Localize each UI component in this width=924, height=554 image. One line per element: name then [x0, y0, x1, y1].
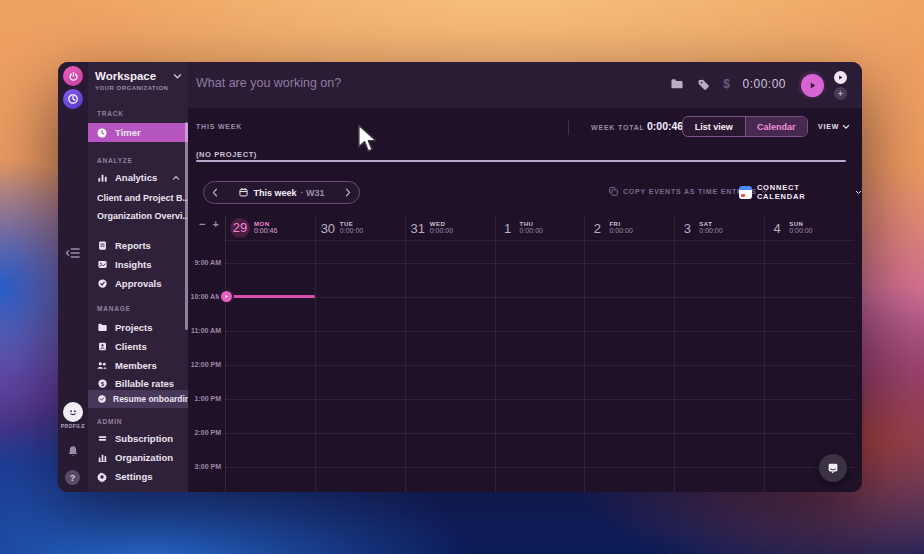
- sidebar-item-label: Settings: [115, 471, 152, 482]
- day-name: SUN: [789, 221, 812, 228]
- sidebar-item-reports[interactable]: Reports: [88, 236, 188, 255]
- play-icon: [807, 80, 818, 91]
- sidebar-item-label: Organization: [115, 452, 173, 463]
- sidebar-item-subscription[interactable]: Subscription: [88, 429, 188, 448]
- calendar-hour-grid[interactable]: [225, 240, 854, 492]
- sidebar-item-label: Client and Project B...: [97, 193, 190, 203]
- sidebar-item-settings[interactable]: Settings: [88, 467, 188, 486]
- workspace-subtitle: YOUR ORGANIZATION: [95, 85, 168, 91]
- zoom-in-button[interactable]: +: [212, 218, 218, 230]
- calendar-zoom-controls: − +: [199, 218, 219, 230]
- no-project-group-label: (NO PROJECT): [196, 150, 257, 159]
- workspace-switcher[interactable]: Workspace YOUR ORGANIZATION: [88, 62, 188, 108]
- chat-bubble-icon: [826, 461, 840, 475]
- sidebar-item-label: Subscription: [115, 433, 173, 444]
- zoom-out-button[interactable]: −: [199, 218, 205, 230]
- start-timer-button[interactable]: [798, 71, 826, 99]
- section-label-track: TRACK: [97, 110, 124, 117]
- sidebar-item-label: Billable rates: [115, 378, 174, 389]
- billable-dollar-icon[interactable]: $: [723, 77, 730, 91]
- notifications-bell-icon[interactable]: [66, 444, 80, 459]
- copy-icon: [608, 186, 619, 197]
- day-total: 0:00:00: [789, 227, 812, 235]
- time-entry-description-input[interactable]: What are you working on?: [196, 76, 341, 90]
- chevron-down-icon: [842, 124, 850, 130]
- week-nav-number: · W31: [301, 188, 325, 198]
- sidebar-item-label: Insights: [115, 259, 151, 270]
- week-picker-button[interactable]: This week · W31: [226, 187, 337, 198]
- running-entry-indicator[interactable]: [219, 289, 234, 304]
- sidebar-item-label: Timer: [115, 127, 141, 138]
- sidebar-item-members[interactable]: Members: [88, 356, 188, 375]
- sidebar-item-insights[interactable]: Insights: [88, 255, 188, 274]
- previous-week-button[interactable]: [204, 188, 226, 197]
- check-circle-icon: [96, 393, 108, 405]
- sidebar-item-projects[interactable]: Projects: [88, 318, 188, 337]
- section-label-manage: MANAGE: [97, 305, 131, 312]
- timer-mode-button[interactable]: [834, 71, 847, 84]
- sidebar-item-label: Clients: [115, 341, 147, 352]
- week-navigator: This week · W31: [203, 181, 360, 204]
- sidebar-item-resume-onboarding[interactable]: Resume onboarding: [88, 390, 188, 408]
- timer-clock-icon: [96, 127, 108, 139]
- day-total: 0:00:00: [430, 227, 453, 235]
- day-name: FRI: [609, 221, 632, 228]
- chevron-down-icon: [855, 190, 862, 195]
- sidebar-item-label: Projects: [115, 322, 153, 333]
- sidebar-item-analytics[interactable]: Analytics: [88, 168, 188, 187]
- help-icon[interactable]: ?: [65, 470, 80, 485]
- day-total: 0:00:00: [340, 227, 363, 235]
- profile-avatar[interactable]: [63, 402, 83, 422]
- time-app-icon[interactable]: [63, 89, 83, 109]
- sidebar-item-timer[interactable]: Timer: [88, 123, 188, 142]
- track-app-icon[interactable]: [63, 66, 83, 86]
- day-number: 3: [679, 221, 695, 236]
- sidebar: Workspace YOUR ORGANIZATION TRACK Timer …: [88, 62, 188, 492]
- sidebar-item-approvals[interactable]: Approvals: [88, 274, 188, 293]
- users-icon: [96, 360, 108, 372]
- hour-label: 3:00 PM: [188, 463, 221, 470]
- connect-calendar-dropdown[interactable]: CONNECT CALENDAR: [739, 183, 862, 201]
- subscription-card-icon: [96, 433, 108, 445]
- manual-mode-button[interactable]: +: [834, 87, 847, 100]
- section-label-admin: ADMIN: [97, 418, 122, 425]
- day-number: 4: [769, 221, 785, 236]
- check-circle-icon: [96, 278, 108, 290]
- sidebar-item-clients[interactable]: Clients: [88, 337, 188, 356]
- view-dropdown[interactable]: VIEW: [818, 123, 850, 130]
- divider: [568, 120, 569, 135]
- sidebar-item-organization-overview[interactable]: Organization Overvi...: [88, 206, 188, 225]
- day-total: 0:00:00: [609, 227, 632, 235]
- section-label-analyze: ANALYZE: [97, 157, 133, 164]
- tag-icon[interactable]: [697, 78, 710, 91]
- connect-calendar-label: CONNECT CALENDAR: [757, 183, 850, 201]
- calendar-icon: [238, 187, 249, 198]
- day-total: 0:00:00: [520, 227, 543, 235]
- day-name: MON: [254, 221, 277, 228]
- svg-text:$: $: [100, 381, 103, 387]
- sidebar-item-label: Members: [115, 360, 157, 371]
- bar-chart-icon: [96, 172, 108, 184]
- time-entry-bar[interactable]: [225, 295, 315, 298]
- id-badge-icon: [96, 341, 108, 353]
- timer-display: 0:00:00: [742, 77, 786, 91]
- day-total: 0:00:46: [254, 227, 277, 235]
- support-chat-button[interactable]: [819, 454, 847, 482]
- next-week-button[interactable]: [337, 188, 359, 197]
- profile-label: PROFILE: [58, 423, 88, 429]
- project-folder-icon[interactable]: [670, 78, 684, 90]
- sidebar-item-organization[interactable]: Organization: [88, 448, 188, 467]
- view-dropdown-label: VIEW: [818, 123, 839, 130]
- left-rail: PROFILE ?: [58, 62, 88, 492]
- sidebar-item-label: Organization Overvi...: [97, 211, 190, 221]
- sidebar-item-client-project-breakdown[interactable]: Client and Project B...: [88, 188, 188, 207]
- collapse-sidebar-icon[interactable]: [65, 246, 81, 260]
- calendar-view-button[interactable]: Calendar: [745, 117, 808, 136]
- organization-building-icon: [96, 452, 108, 464]
- hour-label: 2:00 PM: [188, 429, 221, 436]
- dollar-circle-icon: $: [96, 378, 108, 390]
- day-number: 31: [410, 221, 426, 236]
- list-view-button[interactable]: List view: [683, 117, 745, 136]
- sidebar-item-label: Approvals: [115, 278, 161, 289]
- calendar-app-icon: [739, 186, 752, 199]
